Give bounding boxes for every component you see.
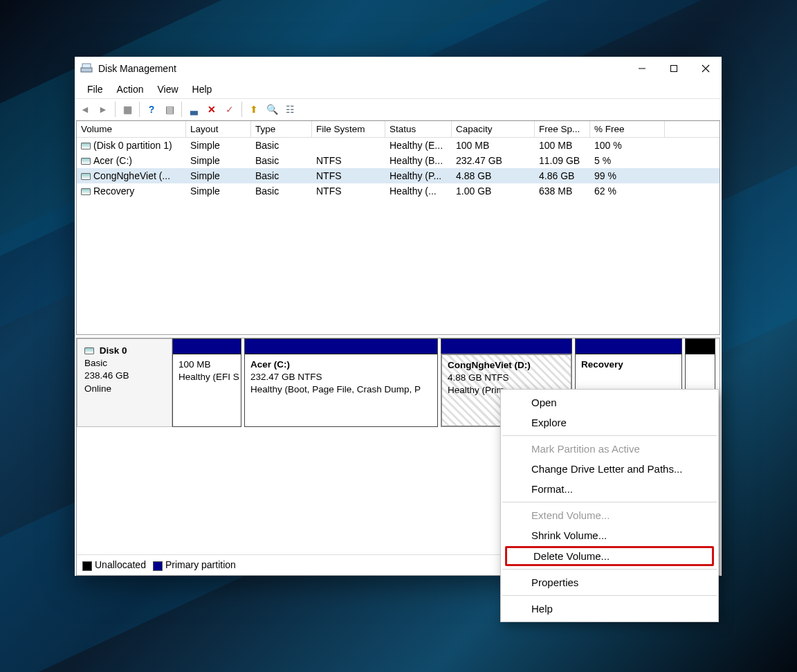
col-pct-free[interactable]: % Free — [590, 121, 665, 137]
connect-button[interactable]: ▃ — [186, 102, 201, 117]
maximize-icon — [670, 64, 678, 73]
grid-icon: ▦ — [123, 104, 132, 115]
toolbar: ◄ ► ▦ ? ▤ ▃ ✕ ✓ ⬆ 🔍 ☷ — [75, 98, 722, 120]
details-button[interactable]: ▤ — [162, 102, 177, 117]
search-icon: 🔍 — [266, 104, 278, 115]
partition-block[interactable]: 100 MBHealthy (EFI S — [172, 338, 241, 427]
volume-icon — [81, 158, 91, 165]
cm-open[interactable]: Open — [501, 392, 718, 412]
cm-change-letter[interactable]: Change Drive Letter and Paths... — [501, 459, 718, 479]
forward-button[interactable]: ► — [95, 102, 111, 117]
disk-state: Online — [84, 383, 111, 394]
svg-rect-1 — [82, 64, 91, 68]
volume-icon — [81, 173, 91, 180]
table-row[interactable]: RecoverySimpleBasicNTFSHealthy (...1.00 … — [77, 183, 720, 199]
swatch-blue-icon — [153, 561, 163, 571]
table-row[interactable]: CongNgheViet (...SimpleBasicNTFSHealthy … — [77, 168, 720, 183]
svg-rect-0 — [81, 68, 92, 72]
cm-delete-volume[interactable]: Delete Volume... — [505, 546, 714, 566]
swatch-black-icon — [82, 561, 92, 571]
legend-unallocated: Unallocated — [82, 559, 146, 570]
help-icon: ? — [149, 104, 155, 115]
svg-rect-3 — [671, 66, 677, 72]
menu-action[interactable]: Action — [111, 82, 149, 96]
minimize-button[interactable] — [626, 57, 658, 80]
col-volume[interactable]: Volume — [77, 121, 186, 137]
col-filesystem[interactable]: File System — [312, 121, 385, 137]
col-type[interactable]: Type — [251, 121, 312, 137]
disk-label: Disk 0 — [100, 345, 127, 356]
disk-info-panel[interactable]: Disk 0 Basic 238.46 GB Online — [77, 338, 172, 427]
details-icon: ▤ — [165, 104, 174, 115]
find-button[interactable]: 🔍 — [264, 102, 280, 117]
check-button[interactable]: ✓ — [222, 102, 237, 117]
minimize-icon — [638, 64, 646, 73]
drive-icon: ▃ — [190, 104, 198, 115]
col-status[interactable]: Status — [385, 121, 452, 137]
cm-extend: Extend Volume... — [501, 505, 718, 525]
table-row[interactable]: Acer (C:)SimpleBasicNTFSHealthy (B...232… — [77, 153, 720, 168]
col-layout[interactable]: Layout — [186, 121, 251, 137]
arrow-right-icon: ► — [98, 104, 108, 115]
check-icon: ✓ — [226, 104, 234, 115]
up-button[interactable]: ▦ — [120, 102, 135, 117]
x-icon: ✕ — [208, 104, 216, 115]
back-button[interactable]: ◄ — [77, 102, 93, 117]
table-icon: ☷ — [286, 104, 295, 115]
new-button[interactable]: ⬆ — [246, 102, 262, 117]
partition-block[interactable]: Acer (C:)232.47 GB NTFSHealthy (Boot, Pa… — [244, 338, 438, 427]
list-header: Volume Layout Type File System Status Ca… — [77, 121, 720, 138]
window-title: Disk Management — [98, 63, 626, 74]
table-row[interactable]: (Disk 0 partition 1)SimpleBasicHealthy (… — [77, 138, 720, 153]
app-icon — [80, 62, 93, 75]
arrow-left-icon: ◄ — [80, 104, 90, 115]
context-menu: Open Explore Mark Partition as Active Ch… — [500, 389, 719, 622]
menu-view[interactable]: View — [152, 82, 183, 96]
cm-explore[interactable]: Explore — [501, 412, 718, 433]
volume-list[interactable]: Volume Layout Type File System Status Ca… — [76, 120, 720, 335]
legend-primary: Primary partition — [153, 559, 236, 570]
doc-up-icon: ⬆ — [250, 104, 258, 115]
col-capacity[interactable]: Capacity — [452, 121, 535, 137]
menu-file[interactable]: File — [82, 82, 109, 96]
col-free-space[interactable]: Free Sp... — [535, 121, 590, 137]
table-button[interactable]: ☷ — [282, 102, 297, 117]
menu-help[interactable]: Help — [187, 82, 218, 96]
disk-size: 238.46 GB — [84, 370, 129, 381]
disk-type: Basic — [84, 358, 107, 368]
volume-icon — [81, 188, 91, 195]
help-toolbar-button[interactable]: ? — [144, 102, 159, 117]
maximize-button[interactable] — [658, 57, 690, 80]
cm-help[interactable]: Help — [501, 599, 718, 619]
cm-format[interactable]: Format... — [501, 479, 718, 499]
disk-icon — [84, 347, 94, 354]
delete-button[interactable]: ✕ — [204, 102, 219, 117]
cm-mark-active: Mark Partition as Active — [501, 439, 718, 459]
cm-properties[interactable]: Properties — [501, 572, 718, 592]
menubar: File Action View Help — [75, 80, 722, 98]
volume-icon — [81, 143, 91, 149]
cm-shrink[interactable]: Shrink Volume... — [501, 525, 718, 545]
close-icon — [702, 64, 710, 73]
titlebar: Disk Management — [75, 57, 722, 80]
close-button[interactable] — [690, 57, 722, 80]
